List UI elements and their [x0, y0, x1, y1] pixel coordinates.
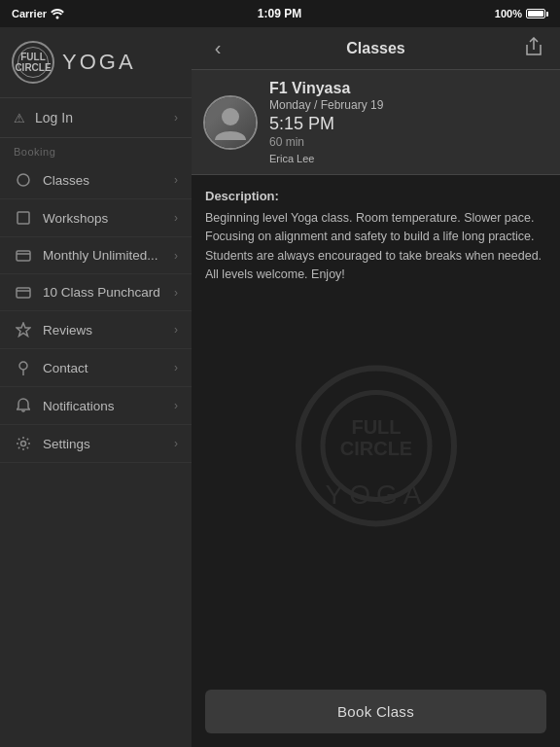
description-label: Description: — [205, 189, 546, 203]
watermark-logo: FULL CIRCLE YOGA — [279, 348, 473, 547]
circle-icon — [14, 172, 33, 188]
avatar-placeholder — [205, 97, 256, 148]
svg-point-10 — [222, 108, 239, 125]
description-text: Beginning level Yoga class. Room tempera… — [205, 209, 546, 285]
sidebar-item-punchcard[interactable]: 10 Class Punchcard › — [0, 274, 192, 311]
card-icon-monthly — [14, 250, 33, 262]
sidebar-item-contact[interactable]: Contact › — [0, 349, 192, 387]
book-button-area: Book Class — [192, 680, 560, 747]
svg-rect-3 — [17, 251, 30, 261]
instructor-avatar — [203, 95, 258, 150]
classes-chevron: › — [174, 173, 178, 187]
contact-chevron: › — [174, 361, 178, 374]
sidebar: FULLCIRCLE YOGA ⚠ Log In › Booking Class… — [0, 27, 192, 747]
class-info: F1 Vinyasa Monday / February 19 5:15 PM … — [269, 80, 548, 164]
svg-rect-5 — [17, 288, 30, 298]
reviews-label: Reviews — [43, 323, 174, 338]
status-battery: 100% — [495, 8, 548, 19]
sidebar-item-classes[interactable]: Classes › — [0, 161, 192, 199]
status-time: 1:09 PM — [258, 7, 301, 20]
monthly-chevron: › — [174, 249, 178, 263]
login-chevron: › — [174, 111, 178, 124]
class-date: Monday / February 19 — [269, 98, 548, 112]
logo-circle: FULLCIRCLE — [12, 41, 54, 84]
punchcard-label: 10 Class Punchcard — [43, 285, 174, 300]
monthly-label: Monthly Unlimited... — [43, 248, 174, 263]
login-label: Log In — [35, 110, 174, 125]
sidebar-item-monthly[interactable]: Monthly Unlimited... › — [0, 237, 192, 274]
app-container: FULLCIRCLE YOGA ⚠ Log In › Booking Class… — [0, 27, 560, 747]
svg-rect-2 — [18, 212, 29, 224]
class-time: 5:15 PM — [269, 114, 548, 134]
svg-point-0 — [56, 17, 59, 19]
svg-text:CIRCLE: CIRCLE — [339, 438, 411, 459]
punchcard-chevron: › — [174, 286, 178, 300]
reviews-chevron: › — [174, 323, 178, 337]
notifications-label: Notifications — [43, 399, 174, 413]
class-name: F1 Vinyasa — [269, 80, 548, 97]
sidebar-item-workshops[interactable]: Workshops › — [0, 199, 192, 237]
nav-title: Classes — [346, 40, 405, 57]
sidebar-item-notifications[interactable]: Notifications › — [0, 387, 192, 425]
class-instructor: Erica Lee — [269, 153, 548, 164]
sidebar-item-reviews[interactable]: Reviews › — [0, 311, 192, 349]
nav-header: ‹ Classes — [192, 27, 560, 70]
status-bar: Carrier 1:09 PM 100% — [0, 0, 560, 27]
share-button[interactable] — [519, 37, 548, 60]
right-panel: ‹ Classes F1 Vinya — [192, 27, 560, 747]
gear-icon — [14, 436, 33, 451]
settings-label: Settings — [43, 437, 174, 451]
square-icon — [14, 210, 33, 226]
class-card: F1 Vinyasa Monday / February 19 5:15 PM … — [192, 70, 560, 175]
sidebar-logo: FULLCIRCLE YOGA — [0, 27, 192, 98]
class-duration: 60 min — [269, 135, 548, 149]
yoga-title: YOGA — [62, 50, 136, 75]
description-area: Description: Beginning level Yoga class.… — [192, 175, 560, 680]
svg-point-1 — [18, 174, 29, 186]
bell-icon — [14, 398, 33, 413]
booking-section-label: Booking — [0, 138, 192, 161]
classes-label: Classes — [43, 173, 174, 188]
wifi-icon — [51, 8, 64, 19]
logo-text: FULLCIRCLE — [15, 52, 51, 73]
logo-inner: FULLCIRCLE — [18, 47, 49, 78]
notifications-chevron: › — [174, 399, 178, 412]
warning-icon: ⚠ — [14, 111, 25, 125]
status-carrier: Carrier — [12, 8, 64, 19]
card-icon-punchcard — [14, 287, 33, 299]
battery-icon — [526, 9, 548, 18]
svg-point-11 — [298, 368, 454, 523]
back-button[interactable]: ‹ — [203, 37, 232, 59]
settings-chevron: › — [174, 437, 178, 450]
workshops-chevron: › — [174, 211, 178, 225]
svg-point-9 — [21, 442, 26, 446]
workshops-label: Workshops — [43, 211, 174, 226]
svg-text:FULL: FULL — [351, 416, 401, 438]
sidebar-item-settings[interactable]: Settings › — [0, 425, 192, 463]
svg-marker-7 — [17, 323, 30, 337]
contact-label: Contact — [43, 361, 174, 375]
svg-text:YOGA: YOGA — [325, 480, 427, 510]
book-class-button[interactable]: Book Class — [205, 690, 546, 733]
pin-icon — [14, 360, 33, 375]
login-row[interactable]: ⚠ Log In › — [0, 98, 192, 138]
svg-point-12 — [323, 392, 430, 499]
svg-point-8 — [19, 362, 27, 370]
star-icon — [14, 322, 33, 338]
